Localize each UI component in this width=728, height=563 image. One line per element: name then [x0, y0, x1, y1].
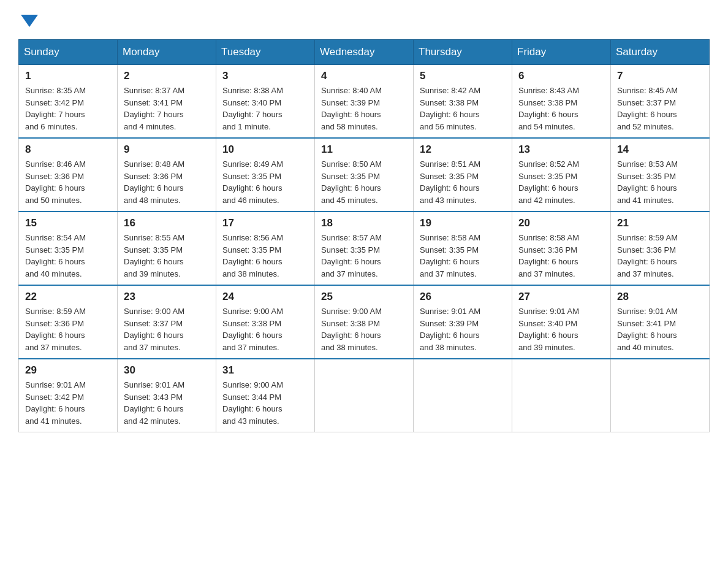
day-number: 18	[321, 217, 407, 229]
day-number: 16	[124, 217, 210, 229]
day-number: 30	[124, 364, 210, 377]
day-info: Sunrise: 8:50 AMSunset: 3:35 PMDaylight:…	[321, 158, 407, 206]
day-number: 4	[321, 70, 407, 82]
day-number: 13	[518, 144, 604, 156]
day-number: 14	[617, 144, 703, 156]
calendar-cell: 24 Sunrise: 9:00 AMSunset: 3:38 PMDaylig…	[216, 285, 315, 359]
calendar-cell: 17 Sunrise: 8:56 AMSunset: 3:35 PMDaylig…	[216, 212, 315, 285]
calendar-cell: 18 Sunrise: 8:57 AMSunset: 3:35 PMDaylig…	[315, 212, 414, 285]
calendar-cell: 28 Sunrise: 9:01 AMSunset: 3:41 PMDaylig…	[611, 285, 710, 359]
logo	[18, 12, 38, 27]
day-number: 12	[420, 144, 506, 156]
weekday-header-tuesday: Tuesday	[216, 40, 315, 65]
calendar-cell: 23 Sunrise: 9:00 AMSunset: 3:37 PMDaylig…	[118, 285, 216, 359]
day-number: 15	[25, 217, 111, 229]
calendar-cell	[512, 359, 611, 432]
day-number: 1	[25, 70, 111, 82]
calendar-cell	[611, 359, 710, 432]
day-info: Sunrise: 9:00 AMSunset: 3:38 PMDaylight:…	[321, 305, 407, 353]
weekday-header-thursday: Thursday	[414, 40, 512, 65]
calendar-cell: 21 Sunrise: 8:59 AMSunset: 3:36 PMDaylig…	[611, 212, 710, 285]
calendar-cell: 26 Sunrise: 9:01 AMSunset: 3:39 PMDaylig…	[414, 285, 512, 359]
calendar-cell: 12 Sunrise: 8:51 AMSunset: 3:35 PMDaylig…	[414, 138, 512, 212]
calendar-cell: 25 Sunrise: 9:00 AMSunset: 3:38 PMDaylig…	[315, 285, 414, 359]
calendar-cell: 10 Sunrise: 8:49 AMSunset: 3:35 PMDaylig…	[216, 138, 315, 212]
day-info: Sunrise: 8:49 AMSunset: 3:35 PMDaylight:…	[222, 158, 308, 206]
day-number: 24	[222, 291, 308, 303]
calendar-week-row: 1 Sunrise: 8:35 AMSunset: 3:42 PMDayligh…	[19, 65, 710, 139]
weekday-header-monday: Monday	[118, 40, 216, 65]
day-number: 9	[124, 144, 210, 156]
weekday-header-wednesday: Wednesday	[315, 40, 414, 65]
day-info: Sunrise: 9:01 AMSunset: 3:41 PMDaylight:…	[617, 305, 703, 353]
calendar-cell: 15 Sunrise: 8:54 AMSunset: 3:35 PMDaylig…	[19, 212, 118, 285]
day-number: 3	[222, 70, 308, 82]
day-info: Sunrise: 8:35 AMSunset: 3:42 PMDaylight:…	[25, 85, 111, 132]
day-info: Sunrise: 8:45 AMSunset: 3:37 PMDaylight:…	[617, 85, 703, 132]
calendar-cell: 31 Sunrise: 9:00 AMSunset: 3:44 PMDaylig…	[216, 359, 315, 432]
day-info: Sunrise: 9:00 AMSunset: 3:37 PMDaylight:…	[124, 305, 210, 353]
day-info: Sunrise: 8:48 AMSunset: 3:36 PMDaylight:…	[124, 158, 210, 206]
day-info: Sunrise: 8:56 AMSunset: 3:35 PMDaylight:…	[222, 232, 308, 280]
calendar-cell: 29 Sunrise: 9:01 AMSunset: 3:42 PMDaylig…	[19, 359, 118, 432]
day-number: 27	[518, 291, 604, 303]
calendar-cell: 2 Sunrise: 8:37 AMSunset: 3:41 PMDayligh…	[118, 65, 216, 139]
day-info: Sunrise: 8:51 AMSunset: 3:35 PMDaylight:…	[420, 158, 506, 206]
day-info: Sunrise: 8:59 AMSunset: 3:36 PMDaylight:…	[25, 305, 111, 353]
day-number: 5	[420, 70, 506, 82]
logo-text	[18, 12, 38, 27]
calendar-cell: 5 Sunrise: 8:42 AMSunset: 3:38 PMDayligh…	[414, 65, 512, 139]
day-number: 7	[617, 70, 703, 82]
calendar-cell: 14 Sunrise: 8:53 AMSunset: 3:35 PMDaylig…	[611, 138, 710, 212]
calendar-cell: 4 Sunrise: 8:40 AMSunset: 3:39 PMDayligh…	[315, 65, 414, 139]
day-number: 11	[321, 144, 407, 156]
day-info: Sunrise: 8:58 AMSunset: 3:35 PMDaylight:…	[420, 232, 506, 280]
day-info: Sunrise: 8:42 AMSunset: 3:38 PMDaylight:…	[420, 85, 506, 132]
calendar-cell	[315, 359, 414, 432]
weekday-header-sunday: Sunday	[19, 40, 118, 65]
calendar-table: SundayMondayTuesdayWednesdayThursdayFrid…	[18, 39, 710, 432]
calendar-cell: 3 Sunrise: 8:38 AMSunset: 3:40 PMDayligh…	[216, 65, 315, 139]
day-info: Sunrise: 8:53 AMSunset: 3:35 PMDaylight:…	[617, 158, 703, 206]
day-info: Sunrise: 8:55 AMSunset: 3:35 PMDaylight:…	[124, 232, 210, 280]
logo-arrow-icon	[21, 15, 38, 27]
day-info: Sunrise: 8:46 AMSunset: 3:36 PMDaylight:…	[25, 158, 111, 206]
day-number: 29	[25, 364, 111, 377]
day-number: 19	[420, 217, 506, 229]
calendar-cell: 9 Sunrise: 8:48 AMSunset: 3:36 PMDayligh…	[118, 138, 216, 212]
day-number: 31	[222, 364, 308, 377]
day-number: 22	[25, 291, 111, 303]
calendar-cell: 30 Sunrise: 9:01 AMSunset: 3:43 PMDaylig…	[118, 359, 216, 432]
calendar-cell: 19 Sunrise: 8:58 AMSunset: 3:35 PMDaylig…	[414, 212, 512, 285]
weekday-header-row: SundayMondayTuesdayWednesdayThursdayFrid…	[19, 40, 710, 65]
day-number: 8	[25, 144, 111, 156]
calendar-cell: 7 Sunrise: 8:45 AMSunset: 3:37 PMDayligh…	[611, 65, 710, 139]
day-info: Sunrise: 9:01 AMSunset: 3:43 PMDaylight:…	[124, 379, 210, 427]
calendar-cell: 6 Sunrise: 8:43 AMSunset: 3:38 PMDayligh…	[512, 65, 611, 139]
page-header	[18, 12, 710, 27]
calendar-cell: 1 Sunrise: 8:35 AMSunset: 3:42 PMDayligh…	[19, 65, 118, 139]
calendar-week-row: 22 Sunrise: 8:59 AMSunset: 3:36 PMDaylig…	[19, 285, 710, 359]
calendar-cell: 22 Sunrise: 8:59 AMSunset: 3:36 PMDaylig…	[19, 285, 118, 359]
day-info: Sunrise: 8:40 AMSunset: 3:39 PMDaylight:…	[321, 85, 407, 132]
day-info: Sunrise: 9:01 AMSunset: 3:39 PMDaylight:…	[420, 305, 506, 353]
weekday-header-friday: Friday	[512, 40, 611, 65]
calendar-week-row: 8 Sunrise: 8:46 AMSunset: 3:36 PMDayligh…	[19, 138, 710, 212]
day-info: Sunrise: 9:00 AMSunset: 3:44 PMDaylight:…	[222, 379, 308, 427]
day-info: Sunrise: 8:52 AMSunset: 3:35 PMDaylight:…	[518, 158, 604, 206]
day-number: 10	[222, 144, 308, 156]
day-info: Sunrise: 8:37 AMSunset: 3:41 PMDaylight:…	[124, 85, 210, 132]
day-number: 20	[518, 217, 604, 229]
day-info: Sunrise: 9:00 AMSunset: 3:38 PMDaylight:…	[222, 305, 308, 353]
day-info: Sunrise: 9:01 AMSunset: 3:40 PMDaylight:…	[518, 305, 604, 353]
day-info: Sunrise: 8:57 AMSunset: 3:35 PMDaylight:…	[321, 232, 407, 280]
day-info: Sunrise: 8:54 AMSunset: 3:35 PMDaylight:…	[25, 232, 111, 280]
calendar-cell: 27 Sunrise: 9:01 AMSunset: 3:40 PMDaylig…	[512, 285, 611, 359]
day-number: 23	[124, 291, 210, 303]
day-number: 6	[518, 70, 604, 82]
weekday-header-saturday: Saturday	[611, 40, 710, 65]
day-number: 17	[222, 217, 308, 229]
calendar-cell: 11 Sunrise: 8:50 AMSunset: 3:35 PMDaylig…	[315, 138, 414, 212]
day-info: Sunrise: 8:38 AMSunset: 3:40 PMDaylight:…	[222, 85, 308, 132]
day-info: Sunrise: 8:58 AMSunset: 3:36 PMDaylight:…	[518, 232, 604, 280]
